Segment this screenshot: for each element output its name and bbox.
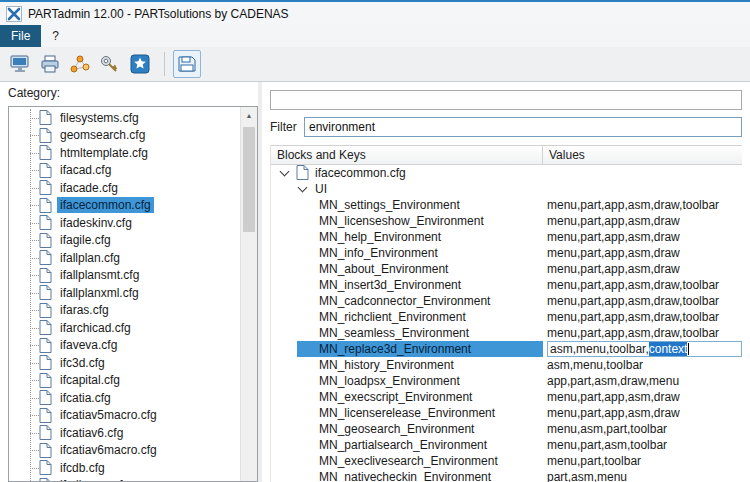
- tree-item[interactable]: ifagile.cfg: [9, 232, 240, 250]
- tree-item[interactable]: ifallplansmt.cfg: [9, 267, 240, 285]
- tree-item[interactable]: ifcdb.cfg: [9, 459, 240, 477]
- table-row[interactable]: MN_nativecheckin_Environment part,asm,me…: [271, 469, 742, 482]
- value-cell[interactable]: menu,part,app,asm,draw: [543, 245, 742, 261]
- value-cell[interactable]: menu,part,app,asm,draw: [543, 389, 742, 405]
- table-row[interactable]: MN_settings_Environment menu,part,app,as…: [271, 197, 742, 213]
- tree-item[interactable]: ifallplanxml.cfg: [9, 284, 240, 302]
- table-row[interactable]: MN_execlivesearch_Environment menu,part,…: [271, 453, 742, 469]
- column-header-values[interactable]: Values: [543, 146, 742, 164]
- tree-item[interactable]: filesystems.cfg: [9, 109, 240, 127]
- top-input[interactable]: [270, 90, 742, 110]
- value-cell[interactable]: menu,part,app,asm,draw,toolbar: [543, 293, 742, 309]
- tree-item[interactable]: ifcatiav5macro.cfg: [9, 407, 240, 425]
- value-cell[interactable]: menu,part,toolbar: [543, 453, 742, 469]
- value-cell[interactable]: menu,part,asm,toolbar: [543, 437, 742, 453]
- tree-item-label: filesystems.cfg: [57, 110, 142, 126]
- table-row[interactable]: MN_execscript_Environment menu,part,app,…: [271, 389, 742, 405]
- table-row[interactable]: MN_info_Environment menu,part,app,asm,dr…: [271, 245, 742, 261]
- table-row[interactable]: MN_history_Environment asm,menu,toolbar: [271, 357, 742, 373]
- save-button[interactable]: [173, 50, 201, 78]
- scrollbar-thumb[interactable]: [243, 127, 255, 232]
- tree-scrollbar[interactable]: ▲: [240, 107, 257, 481]
- value-edit-box[interactable]: asm,menu,toolbar,context: [547, 341, 742, 357]
- chevron-down-icon[interactable]: [298, 182, 308, 192]
- value-cell[interactable]: menu,part,app,asm,draw: [543, 213, 742, 229]
- tree-item[interactable]: ifacade.cfg: [9, 179, 240, 197]
- tree-item[interactable]: ifcatiav6.cfg: [9, 424, 240, 442]
- tree-item[interactable]: ifarchicad.cfg: [9, 319, 240, 337]
- table-row[interactable]: MN_replace3d_Environment asm,menu,toolba…: [271, 341, 742, 357]
- toolbar-button-network[interactable]: [66, 50, 94, 78]
- category-panel: Category: filesystems.cfg geomsearch.cfg: [0, 82, 258, 482]
- table-row[interactable]: MN_cadconnector_Environment menu,part,ap…: [271, 293, 742, 309]
- tree-item[interactable]: ifallplan.cfg: [9, 249, 240, 267]
- filter-input[interactable]: [304, 117, 742, 137]
- value-cell[interactable]: part,asm,menu: [543, 469, 742, 482]
- table-body: ifacecommon.cfg UI MN_settings_Environme…: [271, 165, 742, 482]
- value-cell[interactable]: asm,menu,toolbar,context: [543, 341, 742, 357]
- menu-item[interactable]: ?: [41, 25, 70, 47]
- value-cell[interactable]: menu,part,app,asm,draw,toolbar: [543, 277, 742, 293]
- editor-panel: Filter Blocks and Keys Values: [262, 82, 750, 482]
- scrollbar-up-arrow[interactable]: ▲: [241, 107, 257, 124]
- table-row[interactable]: MN_partialsearch_Environment menu,part,a…: [271, 437, 742, 453]
- table-row[interactable]: MN_help_Environment menu,part,app,asm,dr…: [271, 229, 742, 245]
- document-icon: [39, 110, 52, 125]
- tree-item[interactable]: ifacad.cfg: [9, 162, 240, 180]
- value-cell[interactable]: menu,part,app,asm,draw,toolbar: [543, 197, 742, 213]
- tree-item-label: ifallplanxml.cfg: [57, 285, 142, 301]
- table-row[interactable]: MN_geosearch_Environment menu,asm,part,t…: [271, 421, 742, 437]
- tree-item[interactable]: ifaveva.cfg: [9, 337, 240, 355]
- value-cell[interactable]: menu,part,app,asm,draw,toolbar: [543, 325, 742, 341]
- toolbar-separator: [164, 52, 165, 76]
- table-row[interactable]: MN_about_Environment menu,part,app,asm,d…: [271, 261, 742, 277]
- table-row[interactable]: MN_loadpsx_Environment app,part,asm,draw…: [271, 373, 742, 389]
- table-row[interactable]: MN_licenserelease_Environment menu,part,…: [271, 405, 742, 421]
- menu-item[interactable]: File: [0, 25, 41, 47]
- value-cell[interactable]: menu,part,app,asm,draw: [543, 405, 742, 421]
- key-label: MN_help_Environment: [297, 229, 543, 245]
- value-cell[interactable]: menu,part,app,asm,draw: [543, 229, 742, 245]
- tree-item-label: ifacecommon.cfg: [57, 197, 154, 213]
- document-icon: [39, 320, 52, 335]
- toolbar-button-key[interactable]: [96, 50, 124, 78]
- table-row[interactable]: MN_seamless_Environment menu,part,app,as…: [271, 325, 742, 341]
- tree-item-label: ifcatiav5macro.cfg: [57, 407, 160, 423]
- tree-item[interactable]: ifcatia.cfg: [9, 389, 240, 407]
- tree-item[interactable]: ifadeskinv.cfg: [9, 214, 240, 232]
- table-row-root[interactable]: ifacecommon.cfg: [271, 165, 742, 181]
- value-cell[interactable]: menu,asm,part,toolbar: [543, 421, 742, 437]
- column-header-blocks-keys[interactable]: Blocks and Keys: [271, 146, 543, 164]
- tree-item[interactable]: ifcatiav6macro.cfg: [9, 442, 240, 460]
- tree-item-label: ifallplan.cfg: [57, 250, 123, 266]
- tree-item[interactable]: ifcapital.cfg: [9, 372, 240, 390]
- tree-item[interactable]: ifacecommon.cfg: [9, 197, 240, 215]
- tree-item-label: ifaveva.cfg: [57, 337, 120, 353]
- table-row-group[interactable]: UI: [271, 181, 742, 197]
- value-cell[interactable]: app,part,asm,draw,menu: [543, 373, 742, 389]
- toolbar-button-settings[interactable]: [126, 50, 154, 78]
- toolbar-button-printer[interactable]: [36, 50, 64, 78]
- tree-item-label: ifacade.cfg: [57, 180, 121, 196]
- table-row[interactable]: MN_insert3d_Environment menu,part,app,as…: [271, 277, 742, 293]
- app-icon: [6, 6, 22, 22]
- tree-item[interactable]: htmltemplate.cfg: [9, 144, 240, 162]
- tree-item[interactable]: ifc3d.cfg: [9, 354, 240, 372]
- document-icon: [39, 478, 52, 481]
- key-label: MN_settings_Environment: [297, 197, 543, 213]
- key-label: MN_geosearch_Environment: [297, 421, 543, 437]
- tree-item[interactable]: ifcdbwsm.cfg: [9, 477, 240, 482]
- document-icon: [39, 180, 52, 195]
- tree-item-label: ifcatiav6macro.cfg: [57, 442, 160, 458]
- chevron-down-icon[interactable]: [280, 166, 290, 176]
- tree-item[interactable]: ifaras.cfg: [9, 302, 240, 320]
- table-row[interactable]: MN_licenseshow_Environment menu,part,app…: [271, 213, 742, 229]
- key-label: MN_licenseshow_Environment: [297, 213, 543, 229]
- tree-item[interactable]: geomsearch.cfg: [9, 127, 240, 145]
- value-cell[interactable]: menu,part,app,asm,draw: [543, 261, 742, 277]
- value-cell[interactable]: asm,menu,toolbar: [543, 357, 742, 373]
- value-cell[interactable]: menu,part,app,asm,draw,toolbar: [543, 309, 742, 325]
- tree-item-label: ifcatiav6.cfg: [57, 425, 126, 441]
- table-row[interactable]: MN_richclient_Environment menu,part,app,…: [271, 309, 742, 325]
- toolbar-button-computer[interactable]: [6, 50, 34, 78]
